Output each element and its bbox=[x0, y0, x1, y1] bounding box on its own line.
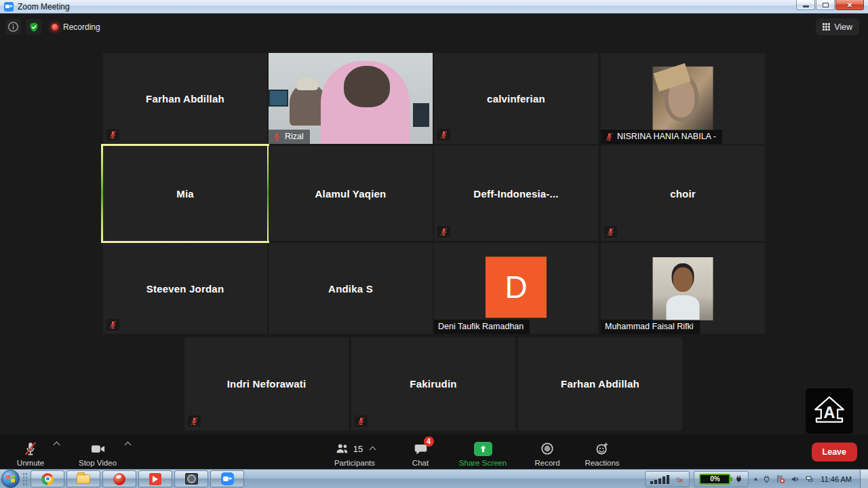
recording-dot-icon bbox=[52, 24, 58, 31]
mic-muted-icon bbox=[439, 130, 448, 139]
mic-muted-icon bbox=[605, 132, 614, 141]
participant-tile[interactable]: Mia bbox=[101, 144, 269, 243]
maximize-button[interactable] bbox=[816, 0, 835, 10]
recording-indicator[interactable]: Recording bbox=[47, 19, 104, 35]
participant-tile[interactable]: calvinferian bbox=[434, 53, 598, 144]
participant-tile[interactable]: Andika S bbox=[269, 243, 433, 334]
battery-percent: 0% bbox=[710, 475, 719, 483]
people-icon bbox=[334, 441, 350, 456]
capture-tool-icon bbox=[185, 473, 198, 485]
brand-watermark-logo: A bbox=[806, 388, 853, 434]
participant-tile[interactable]: Farhan Abdillah bbox=[518, 337, 682, 430]
participant-name-tag: Deni Taufik Ramadhan bbox=[434, 320, 530, 334]
participants-caret[interactable] bbox=[370, 446, 376, 453]
taskbar-zoom-button[interactable] bbox=[210, 470, 244, 487]
chat-button[interactable]: 4 Chat bbox=[396, 437, 445, 467]
stop-video-button[interactable]: Stop Video bbox=[74, 437, 121, 467]
profile-photo bbox=[653, 67, 713, 130]
meeting-top-toolbar: Recording View bbox=[0, 14, 868, 39]
profile-photo bbox=[653, 257, 713, 320]
meeting-control-bar: Unmute Stop Video 15 Partici bbox=[0, 434, 868, 469]
share-screen-label: Share Screen bbox=[459, 459, 507, 467]
share-up-arrow-icon bbox=[474, 442, 492, 456]
share-screen-button[interactable]: Share Screen bbox=[453, 437, 513, 467]
participant-name: Mia bbox=[103, 146, 267, 241]
taskbar-capture-tool-button[interactable] bbox=[174, 470, 208, 487]
start-button[interactable] bbox=[1, 470, 20, 488]
red-sphere-app-icon bbox=[113, 473, 125, 485]
maximize-icon bbox=[823, 3, 829, 7]
mic-muted-icon bbox=[606, 227, 615, 236]
show-desktop-button[interactable] bbox=[860, 470, 868, 488]
view-button[interactable]: View bbox=[816, 18, 859, 35]
taskbar-grip bbox=[22, 472, 28, 486]
leave-button[interactable]: Leave bbox=[812, 443, 857, 462]
participant-tile[interactable]: Rizal bbox=[269, 53, 433, 144]
participant-tile[interactable]: choir bbox=[601, 146, 765, 241]
charging-plug-icon bbox=[734, 474, 743, 484]
mic-muted-icon bbox=[108, 130, 117, 139]
audio-options-caret[interactable] bbox=[54, 442, 60, 449]
participants-label: Participants bbox=[334, 459, 375, 467]
participant-name: Indri Neforawati bbox=[184, 337, 349, 430]
battery-indicator: 0% bbox=[699, 474, 730, 485]
recording-label: Recording bbox=[63, 22, 100, 32]
reactions-button[interactable]: Reactions bbox=[578, 437, 627, 467]
participant-tile[interactable]: Fakirudin bbox=[351, 337, 515, 430]
video-grid: Farhan AbdillahRizalcalvinferianNISRINA … bbox=[0, 39, 868, 434]
participant-name: Farhan Abdillah bbox=[518, 337, 682, 430]
participant-name: Rizal bbox=[285, 132, 304, 141]
network-meter-widget[interactable] bbox=[645, 471, 690, 487]
record-button[interactable]: Record bbox=[526, 437, 568, 467]
participant-tile[interactable]: Alamul Yaqien bbox=[269, 146, 433, 241]
participant-name: choir bbox=[601, 146, 765, 241]
chat-label: Chat bbox=[412, 459, 429, 467]
participant-tile[interactable]: DDeni Taufik Ramadhan bbox=[434, 243, 598, 334]
taskbar-chrome-button[interactable] bbox=[31, 470, 64, 487]
network-status-icon[interactable] bbox=[804, 474, 815, 484]
video-camera-icon bbox=[90, 441, 106, 456]
zoom-taskbar-icon bbox=[221, 472, 234, 485]
participant-name: Deni Taufik Ramadhan bbox=[438, 322, 524, 331]
mic-muted-icon bbox=[439, 227, 448, 236]
mic-muted-icon bbox=[108, 320, 117, 329]
power-plug-icon[interactable] bbox=[762, 474, 771, 484]
action-center-flag-icon[interactable] bbox=[775, 474, 786, 484]
minimize-icon bbox=[803, 5, 809, 7]
close-button[interactable]: ✕ bbox=[835, 0, 864, 10]
participant-tile[interactable]: Steeven Jordan bbox=[103, 243, 267, 334]
participant-tile[interactable]: Deff-Indonesia-... bbox=[434, 146, 598, 241]
close-icon: ✕ bbox=[847, 1, 852, 9]
folder-icon bbox=[77, 474, 90, 484]
participant-tile[interactable]: Farhan Abdillah bbox=[103, 53, 267, 144]
participant-name: Farhan Abdillah bbox=[103, 53, 267, 144]
taskbar-clock[interactable]: 11:46 AM bbox=[819, 475, 856, 483]
participant-tile[interactable]: Muhammad Faisal Rifki bbox=[601, 243, 765, 334]
unmute-button[interactable]: Unmute bbox=[11, 437, 50, 467]
participant-tile[interactable]: NISRINA HANIA NABILA - bbox=[601, 53, 765, 144]
window-titlebar[interactable]: Zoom Meeting ✕ bbox=[0, 0, 868, 14]
participant-name: Steeven Jordan bbox=[103, 243, 267, 334]
video-options-caret[interactable] bbox=[125, 442, 132, 449]
battery-meter-widget[interactable]: 0% bbox=[694, 471, 749, 487]
participant-tile[interactable]: Indri Neforawati bbox=[184, 337, 349, 430]
view-label: View bbox=[834, 22, 852, 32]
minimize-button[interactable] bbox=[796, 0, 815, 10]
unmute-label: Unmute bbox=[17, 459, 44, 467]
security-button[interactable] bbox=[26, 19, 41, 35]
speaker-icon[interactable] bbox=[790, 474, 800, 484]
participants-button[interactable]: 15 Participants bbox=[326, 437, 384, 467]
stop-video-label: Stop Video bbox=[79, 459, 117, 467]
participant-name: Fakirudin bbox=[351, 337, 515, 430]
taskbar-explorer-button[interactable] bbox=[66, 470, 100, 487]
participant-name: NISRINA HANIA NABILA - bbox=[617, 132, 716, 141]
meeting-info-button[interactable] bbox=[5, 19, 21, 35]
participant-name-tag: NISRINA HANIA NABILA - bbox=[601, 130, 722, 144]
record-label: Record bbox=[534, 459, 559, 467]
hidden-icons-caret[interactable]: ▲ bbox=[753, 476, 758, 482]
screen-recorder-icon bbox=[149, 473, 161, 485]
taskbar-screen-recorder-button[interactable] bbox=[138, 470, 172, 487]
record-circle-icon bbox=[540, 441, 555, 456]
mic-muted-icon bbox=[273, 132, 281, 141]
taskbar-red-sphere-app-button[interactable] bbox=[102, 470, 136, 487]
